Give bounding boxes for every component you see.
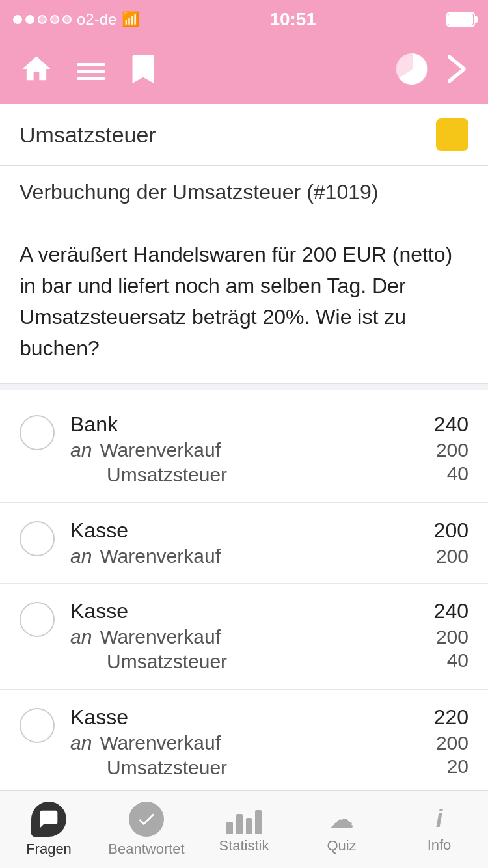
option-c-credit1-account: Warenverkauf [100,626,221,648]
nav-statistik-label: Statistik [219,837,269,854]
option-c-debit-amount: 240 [416,599,468,623]
menu-line-1 [77,63,105,66]
option-d-debit: Kasse [70,705,128,729]
signal-dots [13,15,72,24]
option-c-debit: Kasse [70,599,128,623]
status-bar-right [446,12,475,27]
bar-2 [236,814,243,834]
menu-line-2 [77,70,105,73]
option-c-credit1-left: an Warenverkauf [70,626,221,648]
an-text-b1: an [70,545,92,567]
status-time: 10:51 [269,9,316,30]
category-color-box [436,118,468,151]
nav-info[interactable]: i Info [390,791,488,868]
radio-b[interactable] [20,521,55,556]
option-c-credit1-amount: 200 [416,626,468,648]
pie-chart-button[interactable] [396,52,429,91]
carrier-label: o2-de [77,10,116,29]
an-text-d1: an [70,732,92,754]
option-d-credit1-left: an Warenverkauf [70,732,221,754]
option-b-debit: Kasse [70,519,128,543]
option-b-credit1-account: Warenverkauf [100,545,221,567]
checkmark-icon [129,802,164,837]
bar-1 [226,822,233,834]
option-a-content: Bank 240 an Warenverkauf 200 Umsatzsteue… [70,413,468,487]
wifi-icon: 📶 [122,11,139,28]
option-b-content: Kasse 200 an Warenverkauf 200 [70,519,468,567]
dot-2 [25,15,34,24]
option-b-debit-amount: 200 [416,519,468,543]
option-a-debit-amount: 240 [416,413,468,437]
option-a-debit: Bank [70,413,118,437]
option-a[interactable]: Bank 240 an Warenverkauf 200 Umsatzsteue… [0,397,488,503]
option-c-main-row: Kasse 240 [70,599,468,623]
nav-quiz-label: Quiz [327,837,356,854]
spacer-a: Umsatzsteuer [70,463,416,487]
nav-info-label: Info [427,837,452,854]
nav-right [396,52,468,91]
option-d-content: Kasse 220 an Warenverkauf 200 Umsatzsteu… [70,705,468,780]
option-a-credit1-row: an Warenverkauf 200 [70,439,468,461]
nav-quiz[interactable]: ☁ Quiz [293,791,390,868]
dot-1 [13,15,22,24]
nav-bar [0,39,488,104]
options-container: Bank 240 an Warenverkauf 200 Umsatzsteue… [0,390,488,802]
option-a-credit1-account: Warenverkauf [100,439,221,461]
nav-fragen-label: Fragen [26,841,72,858]
nav-beantwortet[interactable]: Beantwortet [98,791,195,868]
nav-fragen[interactable]: Fragen [0,791,98,868]
home-button[interactable] [20,52,53,91]
option-d-credit2-row: Umsatzsteuer 20 [70,755,468,780]
option-b[interactable]: Kasse 200 an Warenverkauf 200 [0,503,488,584]
question-title: Verbuchung der Umsatzsteuer (#1019) [20,180,378,204]
option-d-credit1-amount: 200 [416,732,468,754]
option-d-credit2-amount: 20 [416,755,468,780]
info-icon: i [436,805,443,833]
option-a-main-row: Bank 240 [70,413,468,437]
section-title: Umsatzsteuer [20,122,156,148]
option-d-credit1-account: Warenverkauf [100,732,221,754]
nav-beantwortet-label: Beantwortet [108,841,184,858]
dot-3 [38,15,47,24]
nav-statistik[interactable]: Statistik [195,791,293,868]
question-header: Verbuchung der Umsatzsteuer (#1019) [0,166,488,219]
option-a-credit1-left: an Warenverkauf [70,439,221,461]
radio-d[interactable] [20,708,55,743]
bubble-icon [31,802,66,837]
bar-chart-icon [226,805,262,834]
dot-5 [62,15,72,24]
cloud-icon: ☁ [329,805,354,834]
question-text: A veräußert Handelswaren für 200 EUR (ne… [20,239,468,364]
section-header: Umsatzsteuer [0,104,488,166]
bookmark-icon [129,52,157,86]
option-d[interactable]: Kasse 220 an Warenverkauf 200 Umsatzsteu… [0,690,488,796]
bottom-nav: Fragen Beantwortet Statistik ☁ Quiz i In… [0,790,488,868]
option-d-debit-amount: 220 [416,705,468,729]
bar-4 [255,810,262,834]
option-a-credit1-amount: 200 [416,439,468,461]
battery-icon [446,12,475,27]
option-d-main-row: Kasse 220 [70,705,468,729]
bookmark-button[interactable] [129,52,157,91]
spacer-d: Umsatzsteuer [70,755,416,780]
radio-c[interactable] [20,602,55,637]
option-a-credit2-account: Umsatzsteuer [107,464,227,485]
battery-fill [448,14,473,25]
option-c-content: Kasse 240 an Warenverkauf 200 Umsatzsteu… [70,599,468,673]
spacer-c: Umsatzsteuer [70,649,416,673]
next-button[interactable] [442,52,468,91]
option-c-credit2-account: Umsatzsteuer [107,651,227,672]
status-bar-left: o2-de 📶 [13,10,139,29]
option-c-credit2-amount: 40 [416,649,468,673]
check-icon [136,809,157,830]
bar-3 [246,818,252,834]
option-b-credit1-left: an Warenverkauf [70,545,221,567]
option-c[interactable]: Kasse 240 an Warenverkauf 200 Umsatzsteu… [0,584,488,690]
radio-a[interactable] [20,415,55,450]
an-text-a1: an [70,439,92,461]
menu-button[interactable] [77,63,105,80]
dot-4 [50,15,59,24]
option-b-credit1-row: an Warenverkauf 200 [70,545,468,567]
an-text-c1: an [70,626,92,648]
option-c-credit1-row: an Warenverkauf 200 [70,626,468,648]
